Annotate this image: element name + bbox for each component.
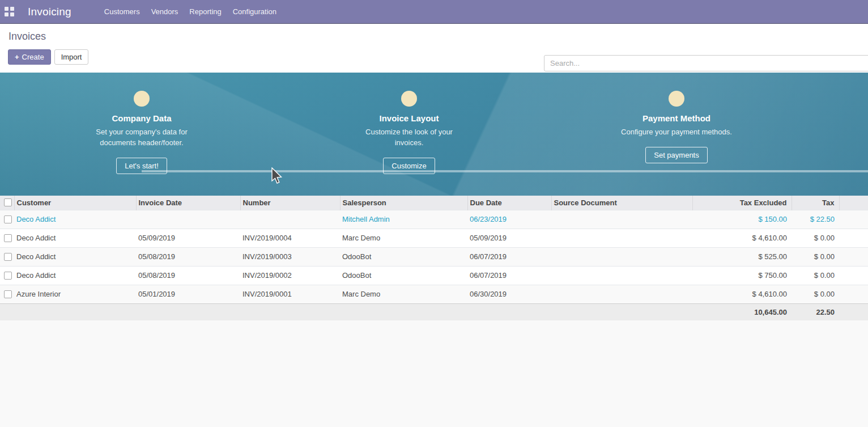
main-menu: Customers Vendors Reporting Configuratio…: [99, 1, 282, 23]
create-button[interactable]: + Create: [8, 49, 51, 65]
select-all-checkbox[interactable]: [4, 198, 12, 206]
cell-salesperson[interactable]: OdooBot: [340, 247, 467, 266]
menu-item-customers[interactable]: Customers: [99, 1, 146, 23]
checkbox-cell: [0, 210, 14, 229]
step-description: Customize the look of your invoices.: [355, 126, 463, 148]
column-header-invoice-date[interactable]: Invoice Date: [136, 196, 240, 210]
cell-salesperson[interactable]: Marc Demo: [340, 229, 467, 247]
row-checkbox[interactable]: [4, 290, 12, 298]
invoice-row[interactable]: Deco Addict05/08/2019INV/2019/0003OdooBo…: [0, 247, 868, 266]
column-header-customer[interactable]: Customer: [14, 196, 136, 210]
cell-source-document[interactable]: [551, 266, 692, 285]
trailing-cell: [839, 266, 868, 285]
step-description: Set your company's data for documents he…: [85, 126, 198, 148]
menu-item-reporting[interactable]: Reporting: [184, 1, 227, 23]
cell-customer[interactable]: Deco Addict: [14, 247, 136, 266]
cell-tax[interactable]: $ 0.00: [792, 247, 839, 266]
cell-number[interactable]: INV/2019/0003: [240, 247, 340, 266]
onboarding-step-payment-method: Payment Method Configure your payment me…: [543, 73, 810, 196]
action-buttons: + Create Import: [8, 49, 88, 65]
column-header-number[interactable]: Number: [240, 196, 340, 210]
invoice-list-table: CustomerInvoice DateNumberSalespersonDue…: [0, 196, 868, 320]
cell-tax[interactable]: $ 0.00: [792, 229, 839, 247]
cell-due-date[interactable]: 06/07/2019: [467, 247, 551, 266]
footer-total-tax: 22.50: [792, 303, 839, 320]
footer-trailing-cell: [839, 303, 868, 320]
cell-source-document[interactable]: [551, 210, 692, 229]
cell-number[interactable]: [240, 210, 340, 229]
column-header-tax-excluded[interactable]: Tax Excluded: [692, 196, 792, 210]
cell-invoice-date[interactable]: 05/09/2019: [136, 229, 240, 247]
search-input[interactable]: [544, 55, 868, 71]
cell-number[interactable]: INV/2019/0004: [240, 229, 340, 247]
invoice-row[interactable]: Deco Addict05/09/2019INV/2019/0004Marc D…: [0, 229, 868, 247]
cell-invoice-date[interactable]: 05/08/2019: [136, 247, 240, 266]
step-dot: [669, 91, 684, 107]
cell-source-document[interactable]: [551, 229, 692, 247]
menu-item-configuration[interactable]: Configuration: [227, 1, 282, 23]
column-header-tax[interactable]: Tax: [792, 196, 839, 210]
invoice-row[interactable]: Deco Addict05/08/2019INV/2019/0002OdooBo…: [0, 266, 868, 285]
trailing-cell: [839, 285, 868, 303]
column-header-due-date[interactable]: Due Date: [467, 196, 551, 210]
cell-customer[interactable]: Azure Interior: [14, 285, 136, 303]
checkbox-column-header: [0, 196, 14, 210]
step-title: Invoice Layout: [379, 113, 439, 123]
cell-customer[interactable]: Deco Addict: [14, 229, 136, 247]
trailing-cell: [839, 247, 868, 266]
menu-item-vendors[interactable]: Vendors: [146, 1, 184, 23]
cell-number[interactable]: INV/2019/0002: [240, 266, 340, 285]
set-payments-button[interactable]: Set payments: [645, 147, 708, 163]
checkbox-cell: [0, 266, 14, 285]
cell-tax[interactable]: $ 0.00: [792, 266, 839, 285]
invoice-row[interactable]: Azure Interior05/01/2019INV/2019/0001Mar…: [0, 285, 868, 303]
column-header-salesperson[interactable]: Salesperson: [340, 196, 467, 210]
column-header-source-document[interactable]: Source Document: [551, 196, 692, 210]
cell-customer[interactable]: Deco Addict: [14, 266, 136, 285]
cell-customer[interactable]: Deco Addict: [14, 210, 136, 229]
row-checkbox[interactable]: [4, 272, 12, 280]
row-checkbox[interactable]: [4, 215, 12, 223]
cell-invoice-date[interactable]: 05/08/2019: [136, 266, 240, 285]
cell-tax-excluded[interactable]: $ 150.00: [692, 210, 792, 229]
cell-tax-excluded[interactable]: $ 525.00: [692, 247, 792, 266]
table-header-row: CustomerInvoice DateNumberSalespersonDue…: [0, 196, 868, 210]
cell-tax[interactable]: $ 0.00: [792, 285, 839, 303]
cell-tax-excluded[interactable]: $ 4,610.00: [692, 229, 792, 247]
trailing-cell: [839, 210, 868, 229]
row-checkbox[interactable]: [4, 253, 12, 261]
cell-invoice-date[interactable]: [136, 210, 240, 229]
cell-tax[interactable]: $ 22.50: [792, 210, 839, 229]
app-title[interactable]: Invoicing: [28, 6, 71, 18]
cell-salesperson[interactable]: Marc Demo: [340, 285, 467, 303]
cell-tax-excluded[interactable]: $ 750.00: [692, 266, 792, 285]
cell-due-date[interactable]: 06/23/2019: [467, 210, 551, 229]
import-button[interactable]: Import: [54, 49, 89, 65]
trailing-cell: [839, 229, 868, 247]
onboarding-banner: Company Data Set your company's data for…: [0, 73, 868, 196]
top-navbar: Invoicing Customers Vendors Reporting Co…: [0, 0, 868, 24]
step-title: Company Data: [112, 113, 171, 123]
step-dot: [401, 91, 417, 107]
cell-due-date[interactable]: 06/07/2019: [467, 266, 551, 285]
cell-source-document[interactable]: [551, 285, 692, 303]
cell-invoice-date[interactable]: 05/01/2019: [136, 285, 240, 303]
cell-salesperson[interactable]: OdooBot: [340, 266, 467, 285]
step-title: Payment Method: [643, 113, 710, 123]
step-dot: [134, 91, 150, 107]
cell-salesperson[interactable]: Mitchell Admin: [340, 210, 467, 229]
checkbox-cell: [0, 229, 14, 247]
cell-number[interactable]: INV/2019/0001: [240, 285, 340, 303]
cell-due-date[interactable]: 06/30/2019: [467, 285, 551, 303]
cell-tax-excluded[interactable]: $ 4,610.00: [692, 285, 792, 303]
create-button-label: Create: [22, 53, 44, 61]
cell-due-date[interactable]: 05/09/2019: [467, 229, 551, 247]
invoice-row[interactable]: Deco AddictMitchell Admin06/23/2019$ 150…: [0, 210, 868, 229]
apps-menu-icon[interactable]: [5, 7, 14, 16]
customize-button[interactable]: Customize: [383, 158, 435, 174]
onboarding-step-invoice-layout: Invoice Layout Customize the look of you…: [275, 73, 543, 196]
cell-source-document[interactable]: [551, 247, 692, 266]
lets-start-button[interactable]: Let's start!: [116, 158, 167, 174]
row-checkbox[interactable]: [4, 234, 12, 242]
import-button-label: Import: [61, 53, 82, 61]
